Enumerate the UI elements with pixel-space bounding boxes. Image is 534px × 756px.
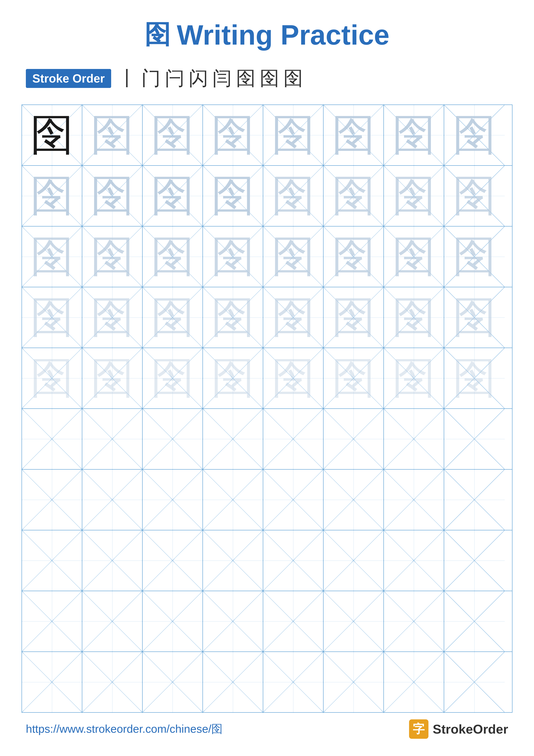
grid-cell-9-1[interactable]: [22, 591, 82, 652]
footer-url-link[interactable]: https://www.strokeorder.com/chinese/囹: [26, 721, 222, 737]
grid-cell-10-7[interactable]: [384, 652, 444, 712]
grid-cell-3-7[interactable]: 囹: [384, 227, 444, 287]
grid-cell-8-6[interactable]: [323, 530, 384, 591]
grid-cell-1-3[interactable]: 囹: [142, 105, 203, 165]
grid-cell-6-2[interactable]: [82, 409, 142, 469]
grid-cell-9-7[interactable]: [384, 591, 444, 652]
practice-char-guide: 囹: [151, 296, 194, 339]
grid-cell-8-1[interactable]: [22, 530, 82, 591]
grid-cell-6-1[interactable]: [22, 409, 82, 469]
grid-cell-7-3[interactable]: [142, 470, 203, 530]
grid-cell-8-4[interactable]: [203, 530, 263, 591]
grid-cell-10-1[interactable]: [22, 652, 82, 712]
grid-cell-4-8[interactable]: 囹: [444, 287, 504, 348]
grid-cell-4-7[interactable]: 囹: [384, 287, 444, 348]
grid-cell-5-3[interactable]: 囹: [142, 348, 203, 408]
brand-name: StrokeOrder: [433, 722, 508, 737]
grid-cell-4-3[interactable]: 囹: [142, 287, 203, 348]
grid-cell-7-7[interactable]: [384, 470, 444, 530]
grid-cell-10-5[interactable]: [263, 652, 323, 712]
practice-char-guide: 囹: [30, 296, 73, 339]
grid-cell-9-4[interactable]: [203, 591, 263, 652]
grid-cell-5-1[interactable]: 囹: [22, 348, 82, 408]
grid-cell-2-5[interactable]: 囹: [263, 166, 323, 226]
grid-cell-5-8[interactable]: 囹: [444, 348, 504, 408]
grid-cell-6-4[interactable]: [203, 409, 263, 469]
grid-cell-4-6[interactable]: 囹: [323, 287, 384, 348]
grid-cell-4-4[interactable]: 囹: [203, 287, 263, 348]
cell-guide-diag: [263, 470, 323, 530]
grid-cell-7-4[interactable]: [203, 470, 263, 530]
grid-cell-9-5[interactable]: [263, 591, 323, 652]
grid-cell-1-7[interactable]: 囹: [384, 105, 444, 165]
grid-cell-8-2[interactable]: [82, 530, 142, 591]
grid-cell-1-4[interactable]: 囹: [203, 105, 263, 165]
grid-cell-7-1[interactable]: [22, 470, 82, 530]
grid-cell-3-5[interactable]: 囹: [263, 227, 323, 287]
grid-cell-10-4[interactable]: [203, 652, 263, 712]
grid-cell-2-3[interactable]: 囹: [142, 166, 203, 226]
grid-cell-1-1[interactable]: 囹: [22, 105, 82, 165]
grid-cell-2-4[interactable]: 囹: [203, 166, 263, 226]
grid-cell-10-3[interactable]: [142, 652, 203, 712]
practice-char-guide: 囹: [151, 114, 194, 157]
grid-cell-6-5[interactable]: [263, 409, 323, 469]
practice-char-guide: 囹: [332, 174, 375, 217]
cell-guide-diag: [22, 470, 82, 530]
grid-cell-9-3[interactable]: [142, 591, 203, 652]
grid-cell-3-8[interactable]: 囹: [444, 227, 504, 287]
grid-cell-3-3[interactable]: 囹: [142, 227, 203, 287]
grid-cell-9-2[interactable]: [82, 591, 142, 652]
grid-cell-9-6[interactable]: [323, 591, 384, 652]
grid-cell-7-2[interactable]: [82, 470, 142, 530]
grid-cell-5-2[interactable]: 囹: [82, 348, 142, 408]
grid-cell-2-8[interactable]: 囹: [444, 166, 504, 226]
grid-cell-2-6[interactable]: 囹: [323, 166, 384, 226]
cell-guide-diag: [203, 409, 263, 469]
grid-cell-7-6[interactable]: [323, 470, 384, 530]
grid-cell-3-1[interactable]: 囹: [22, 227, 82, 287]
grid-cell-1-6[interactable]: 囹: [323, 105, 384, 165]
grid-cell-1-2[interactable]: 囹: [82, 105, 142, 165]
grid-cell-6-7[interactable]: [384, 409, 444, 469]
grid-cell-7-5[interactable]: [263, 470, 323, 530]
grid-cell-1-8[interactable]: 囹: [444, 105, 504, 165]
grid-cell-4-1[interactable]: 囹: [22, 287, 82, 348]
grid-cell-5-5[interactable]: 囹: [263, 348, 323, 408]
grid-cell-8-5[interactable]: [263, 530, 323, 591]
grid-cell-4-2[interactable]: 囹: [82, 287, 142, 348]
cell-guide-diag: [444, 470, 504, 530]
grid-cell-7-8[interactable]: [444, 470, 504, 530]
grid-cell-5-4[interactable]: 囹: [203, 348, 263, 408]
grid-cell-2-7[interactable]: 囹: [384, 166, 444, 226]
cell-guide-diag: [22, 652, 82, 712]
grid-cell-5-6[interactable]: 囹: [323, 348, 384, 408]
practice-char-guide: 囹: [332, 114, 375, 157]
grid-row-4: 囹 囹 囹 囹 囹 囹 囹 囹: [22, 287, 512, 348]
grid-cell-1-5[interactable]: 囹: [263, 105, 323, 165]
grid-cell-3-4[interactable]: 囹: [203, 227, 263, 287]
grid-cell-2-1[interactable]: 囹: [22, 166, 82, 226]
grid-cell-9-8[interactable]: [444, 591, 504, 652]
grid-cell-10-6[interactable]: [323, 652, 384, 712]
cell-guide-diag: [444, 409, 504, 469]
grid-cell-4-5[interactable]: 囹: [263, 287, 323, 348]
grid-cell-6-6[interactable]: [323, 409, 384, 469]
grid-cell-5-7[interactable]: 囹: [384, 348, 444, 408]
grid-cell-8-8[interactable]: [444, 530, 504, 591]
cell-guide-diag: [323, 591, 383, 652]
grid-cell-6-3[interactable]: [142, 409, 203, 469]
grid-cell-8-7[interactable]: [384, 530, 444, 591]
practice-char-guide: 囹: [392, 114, 435, 157]
grid-cell-8-3[interactable]: [142, 530, 203, 591]
cell-guide-diag: [82, 530, 142, 591]
grid-cell-10-8[interactable]: [444, 652, 504, 712]
grid-cell-3-6[interactable]: 囹: [323, 227, 384, 287]
practice-char-guide: 囹: [332, 357, 375, 400]
practice-char-guide: 囹: [151, 235, 194, 278]
grid-cell-6-8[interactable]: [444, 409, 504, 469]
grid-cell-2-2[interactable]: 囹: [82, 166, 142, 226]
grid-cell-10-2[interactable]: [82, 652, 142, 712]
writing-grid[interactable]: 囹 囹 囹 囹 囹 囹 囹 囹: [21, 104, 513, 713]
grid-cell-3-2[interactable]: 囹: [82, 227, 142, 287]
